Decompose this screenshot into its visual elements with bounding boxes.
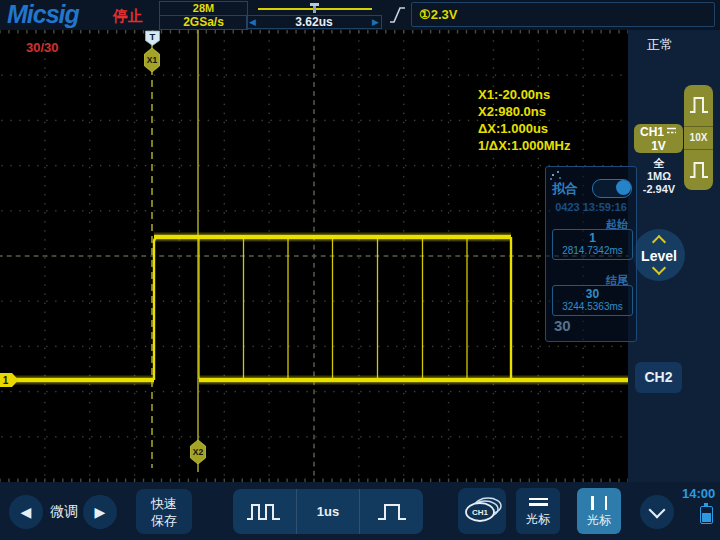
ch1-marker-label: 1 (3, 375, 9, 386)
battery-icon (700, 506, 713, 524)
trigger-level-value: ①2.3V (419, 3, 714, 26)
ch1-bandwidth: 全 (628, 157, 690, 170)
trigger-mode-label[interactable]: 正常 (628, 36, 692, 54)
fit-toggle[interactable] (592, 179, 632, 198)
svg-text:CH1: CH1 (472, 508, 489, 517)
ch1-label: CH1 (640, 125, 664, 139)
toggle-knob-icon (616, 180, 631, 195)
fit-start-index: 1 (553, 231, 632, 245)
cursor-x2-readout: X2:980.0ns (478, 103, 570, 120)
sample-rate: 2GSa/s (160, 15, 247, 29)
dc-coupling-icon (666, 127, 677, 134)
vertical-lines-icon (586, 496, 613, 510)
single-pulse-button[interactable] (359, 489, 423, 534)
bottom-bar: ◀ 微调 ▶ 快速保存 1us CH1 (0, 482, 720, 540)
right-arrow-icon: ▶ (95, 504, 106, 520)
ch1-scale: 1V (634, 139, 683, 153)
timebase-button[interactable]: 1us (296, 489, 360, 534)
ch1-info: 全 1MΩ -2.94V (628, 157, 690, 196)
cursor-x1-handle-label: X1 (147, 55, 158, 65)
trigger-flag-label: T (150, 31, 156, 42)
fine-tune-right-button[interactable]: ▶ (83, 495, 117, 529)
cursor-x1-readout: X1:-20.00ns (478, 86, 570, 103)
trigger-level-button[interactable]: Level (633, 229, 685, 281)
top-bar: Micsig 停止 28M 2GSa/s ◀ 3.62us ▶ ①2.3V (0, 0, 720, 30)
trigger-slope-icon[interactable] (389, 5, 406, 25)
cursor-freq-readout: 1/ΔX:1.000MHz (478, 137, 570, 154)
collapse-menu-button[interactable] (640, 495, 674, 529)
run-stop-status[interactable]: 停止 (113, 7, 143, 26)
quick-save-button[interactable]: 快速保存 (136, 489, 192, 534)
trigger-position-marker-icon (310, 3, 319, 13)
sparkle-icon (552, 174, 554, 176)
left-arrow-icon: ◀ (21, 504, 32, 520)
ch1-offset: -2.94V (628, 183, 690, 196)
fit-panel: 拟合 0423 13:59:16 起始 1 2814.7342ms 结尾 30 … (545, 166, 637, 342)
fit-end-time: 3244.5363ms (553, 301, 632, 313)
fit-start-time: 2814.7342ms (553, 245, 632, 257)
cursor-x2-handle-label: X2 (193, 447, 204, 457)
cursor-readout: X1:-20.00ns X2:980.0ns ΔX:1.000us 1/ΔX:1… (478, 86, 570, 154)
right-sidebar: 正常 10X CH1 1V 全 1MΩ -2.94V Level CH2 (628, 30, 720, 482)
chevron-down-icon (649, 502, 666, 519)
pulse-train-icon (245, 500, 283, 524)
channel-stack-icon: CH1 (461, 495, 503, 527)
fit-title: 拟合 (552, 180, 578, 198)
cursor-dx-readout: ΔX:1.000us (478, 120, 570, 137)
horizontal-cursor-button[interactable]: 光标 (516, 488, 560, 534)
micsig-logo: Micsig (7, 0, 79, 29)
pulse-up-icon[interactable] (684, 85, 713, 126)
pulse-train-button[interactable] (233, 489, 296, 534)
timebase-right-arrow-icon[interactable]: ▶ (370, 16, 381, 28)
fit-start-box[interactable]: 1 2814.7342ms (552, 229, 633, 260)
timebase-left-arrow-icon[interactable]: ◀ (247, 16, 258, 28)
fit-frame-total: 30 (554, 317, 571, 334)
fit-end-index: 30 (553, 287, 632, 301)
fine-tune-left-button[interactable]: ◀ (9, 495, 43, 529)
frame-counter: 30/30 (26, 40, 59, 55)
horizontal-lines-icon (529, 495, 548, 509)
fine-tune-label: 微调 (44, 503, 84, 521)
timebase-position-value: 3.62us (295, 15, 332, 29)
ch2-button[interactable]: CH2 (635, 362, 682, 393)
chevron-up-icon (652, 235, 666, 249)
fit-timestamp: 0423 13:59:16 (546, 201, 636, 213)
oscilloscope-app: Micsig 停止 28M 2GSa/s ◀ 3.62us ▶ ①2.3V X1… (0, 0, 720, 540)
vertical-cursor-button[interactable]: 光标 (577, 488, 621, 534)
trigger-level-box[interactable]: ①2.3V (411, 2, 715, 27)
clock: 14:00 (682, 486, 715, 501)
timebase-position-box[interactable]: ◀ 3.62us ▶ (246, 15, 382, 29)
timebase-group: 1us (233, 489, 423, 534)
probe-attenuation[interactable]: 10X (684, 126, 713, 150)
ch1-impedance: 1MΩ (628, 170, 690, 183)
channel-select-button[interactable]: CH1 (458, 488, 506, 534)
acquisition-info-box[interactable]: 28M 2GSa/s (159, 1, 248, 30)
fit-end-box[interactable]: 30 3244.5363ms (552, 285, 633, 316)
single-pulse-icon (376, 500, 408, 524)
memory-depth: 28M (160, 2, 247, 15)
ch1-button[interactable]: CH1 1V (634, 124, 683, 153)
